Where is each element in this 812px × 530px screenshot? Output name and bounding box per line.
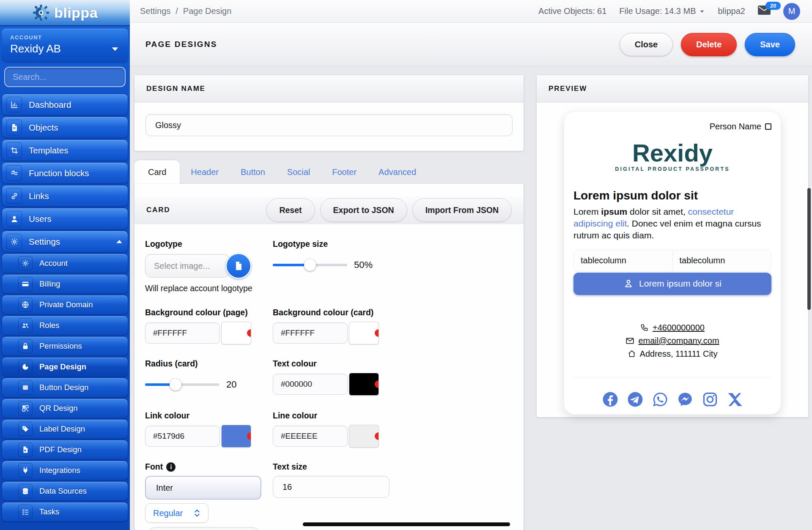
save-button[interactable]: Save: [745, 33, 795, 56]
topbar: Settings / Page Design Active Objects: 6…: [130, 0, 812, 23]
sidebar-item-dashboard[interactable]: Dashboard: [2, 94, 128, 115]
info-icon[interactable]: [166, 462, 176, 472]
sidebar-item-qr-design[interactable]: QR Design: [2, 399, 128, 418]
logotype-select-image[interactable]: Select image...: [145, 254, 230, 278]
sidebar-item-users[interactable]: Users: [2, 208, 128, 229]
vertical-scrollbar[interactable]: [807, 188, 811, 310]
tab-header[interactable]: Header: [180, 160, 230, 184]
qr-icon: [22, 404, 29, 412]
text-colour-field: Text colour: [273, 359, 524, 396]
delete-button[interactable]: Delete: [681, 33, 737, 56]
export-json-button[interactable]: Export to JSON: [320, 198, 407, 222]
x-icon[interactable]: [727, 391, 743, 407]
chevron-up-icon: [115, 238, 123, 246]
bar-chart-icon: [10, 101, 19, 109]
tag-icon: [22, 425, 29, 433]
link-colour-input[interactable]: [145, 426, 220, 447]
email-link[interactable]: email@company.com: [625, 336, 719, 346]
custom-ttf-button[interactable]: Use custom TTF font: [145, 527, 263, 530]
line-colour-input[interactable]: [273, 426, 348, 447]
app-logo[interactable]: blippa: [0, 0, 130, 26]
sidebar-search-input[interactable]: [4, 67, 126, 87]
sidebar-item-tasks[interactable]: Tasks: [2, 502, 128, 522]
bg-page-input[interactable]: [145, 322, 220, 344]
up-down-chevrons-icon: [194, 509, 200, 517]
address-line: Address, 111111 City: [628, 349, 718, 359]
telegram-icon[interactable]: [627, 391, 643, 407]
text-colour-swatch[interactable]: [349, 373, 379, 396]
sidebar-item-data-sources[interactable]: Data Sources: [2, 481, 128, 501]
bg-card-input[interactable]: [273, 322, 348, 344]
breadcrumb-page-design[interactable]: Page Design: [183, 6, 232, 16]
font-weight-select[interactable]: Regular: [145, 503, 208, 523]
design-name-panel: DESIGN NAME: [134, 75, 524, 151]
instagram-icon[interactable]: [702, 391, 718, 407]
gear-icon: [22, 260, 29, 267]
active-objects-stat: Active Objects: 61: [538, 6, 606, 16]
horizontal-scrollbar[interactable]: [303, 522, 510, 526]
messenger-icon[interactable]: [677, 391, 693, 407]
preview-panel: PREVIEW Person Name Rexidy DIGITAL PRODU…: [537, 75, 808, 417]
sidebar-item-button-design[interactable]: Button Design: [2, 378, 128, 397]
link-colour-swatch[interactable]: [221, 425, 251, 448]
bg-page-field: Background colour (page): [145, 308, 273, 344]
sidebar-item-private-domain[interactable]: Private Domain: [2, 295, 128, 314]
phone-link[interactable]: +4600000000: [640, 323, 705, 333]
logotype-size-field: Logotype size 50%: [273, 239, 524, 293]
sidebar-item-billing[interactable]: Billing: [2, 274, 128, 294]
tab-advanced[interactable]: Advanced: [368, 160, 427, 184]
sidebar-item-function-blocks[interactable]: Function blocks: [2, 162, 128, 184]
close-button[interactable]: Close: [620, 33, 673, 56]
tab-footer[interactable]: Footer: [321, 160, 368, 184]
preview-action-button[interactable]: Lorem ipsum dolor si: [573, 273, 771, 295]
logotype-file-button[interactable]: [226, 253, 251, 279]
slider-thumb[interactable]: [170, 379, 181, 391]
text-size-input[interactable]: [273, 476, 390, 498]
messages-button[interactable]: 20: [758, 5, 771, 17]
logotype-size-slider[interactable]: [273, 264, 347, 266]
link-icon: [10, 192, 19, 200]
account-label: ACCOUNT: [10, 34, 120, 41]
blippa-gear-icon: [32, 4, 50, 22]
preview-heading: Lorem ipsum dolor sit: [573, 189, 771, 202]
file-usage-dropdown[interactable]: File Usage: 14.3 MB: [619, 6, 705, 16]
breadcrumb-settings[interactable]: Settings: [140, 6, 170, 16]
radius-slider[interactable]: [145, 383, 219, 386]
sidebar-item-objects[interactable]: Objects: [2, 117, 128, 138]
import-json-button[interactable]: Import From JSON: [412, 198, 512, 222]
sidebar-item-templates[interactable]: Templates: [2, 139, 128, 161]
lock-icon: [22, 342, 29, 350]
sidebar-item-page-design[interactable]: Page Design: [2, 357, 128, 377]
radius-value: 20: [226, 379, 236, 390]
workspace-name[interactable]: blippa2: [718, 6, 745, 16]
gear-icon: [10, 238, 19, 246]
sidebar-item-label-design[interactable]: Label Design: [2, 419, 128, 439]
design-name-input[interactable]: [145, 114, 513, 136]
pdf-icon: [22, 446, 29, 454]
sidebar-item-settings[interactable]: Settings: [2, 231, 128, 252]
sidebar-item-roles[interactable]: Roles: [2, 316, 128, 335]
tab-card[interactable]: Card: [134, 160, 180, 184]
preview-title: PREVIEW: [549, 85, 587, 93]
account-switcher[interactable]: ACCOUNT Rexidy AB: [2, 29, 128, 62]
sidebar-item-account[interactable]: Account: [2, 254, 128, 273]
sidebar-item-pdf-design[interactable]: PDF Design: [2, 440, 128, 459]
reset-button[interactable]: Reset: [266, 198, 315, 222]
document-icon: [10, 123, 19, 132]
sidebar-item-integrations[interactable]: Integrations: [2, 461, 128, 480]
facebook-icon[interactable]: [602, 391, 618, 407]
logotype-size-value: 50%: [354, 260, 373, 270]
user-avatar[interactable]: M: [783, 3, 800, 20]
tab-button[interactable]: Button: [230, 160, 276, 184]
slider-thumb[interactable]: [304, 259, 316, 271]
sidebar-item-permissions[interactable]: Permissions: [2, 336, 128, 356]
line-colour-swatch[interactable]: [349, 425, 379, 448]
logo-wordmark: blippa: [54, 5, 98, 21]
sidebar-item-links[interactable]: Links: [2, 185, 128, 207]
bg-card-swatch[interactable]: [349, 322, 379, 344]
text-colour-input[interactable]: [273, 374, 348, 395]
tab-social[interactable]: Social: [276, 160, 321, 184]
font-select[interactable]: Inter: [145, 476, 261, 500]
bg-page-swatch[interactable]: [221, 322, 251, 344]
whatsapp-icon[interactable]: [652, 391, 668, 407]
